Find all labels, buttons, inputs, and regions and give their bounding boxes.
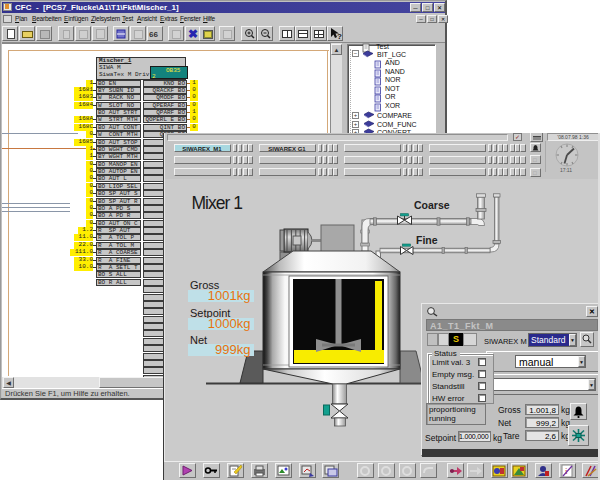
- svg-text:?: ?: [337, 32, 342, 41]
